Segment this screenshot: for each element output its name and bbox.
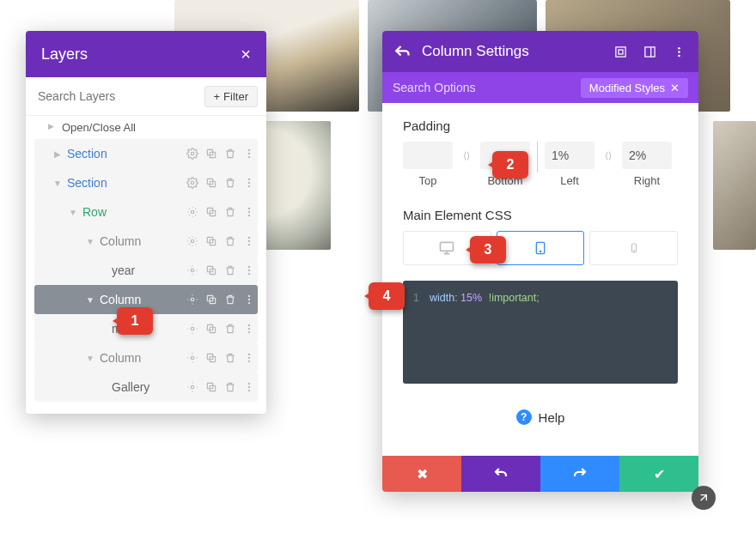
duplicate-icon[interactable] bbox=[203, 291, 220, 308]
more-icon[interactable] bbox=[241, 291, 258, 308]
duplicate-icon[interactable] bbox=[203, 320, 220, 337]
svg-point-48 bbox=[191, 385, 194, 389]
svg-point-33 bbox=[248, 295, 250, 297]
gear-icon[interactable] bbox=[184, 262, 201, 279]
tree-node-section[interactable]: ▶ Section bbox=[34, 139, 258, 168]
gear-icon[interactable] bbox=[184, 291, 201, 308]
node-actions bbox=[184, 379, 258, 396]
node-actions bbox=[184, 262, 258, 279]
trash-icon[interactable] bbox=[222, 203, 239, 221]
svg-point-5 bbox=[248, 156, 250, 158]
modified-styles-badge[interactable]: Modified Styles ✕ bbox=[581, 78, 688, 98]
redo-button[interactable] bbox=[540, 456, 619, 492]
help-label: Help bbox=[539, 410, 565, 425]
open-close-all[interactable]: Open/Close All bbox=[26, 116, 266, 139]
more-icon[interactable] bbox=[241, 233, 258, 250]
tree-node-section[interactable]: ▼ Section bbox=[34, 168, 258, 197]
more-icon[interactable] bbox=[669, 42, 688, 61]
layers-search-input[interactable] bbox=[34, 84, 204, 108]
gear-icon[interactable] bbox=[184, 349, 201, 366]
caret-icon[interactable]: ▼ bbox=[84, 295, 96, 305]
settings-search-input[interactable] bbox=[393, 81, 581, 94]
dock-icon[interactable] bbox=[640, 42, 659, 61]
back-icon[interactable] bbox=[393, 42, 412, 61]
duplicate-icon[interactable] bbox=[203, 174, 220, 191]
duplicate-icon[interactable] bbox=[203, 145, 220, 162]
padding-left-input[interactable] bbox=[545, 142, 594, 169]
gear-icon[interactable] bbox=[184, 320, 201, 337]
layers-header: Layers × bbox=[26, 31, 266, 77]
gear-icon[interactable] bbox=[184, 379, 201, 396]
undo-button[interactable] bbox=[461, 456, 540, 492]
caret-icon[interactable]: ▶ bbox=[52, 149, 64, 159]
gear-icon[interactable] bbox=[184, 145, 201, 162]
trash-icon[interactable] bbox=[222, 379, 239, 396]
trash-icon[interactable] bbox=[222, 233, 239, 250]
more-icon[interactable] bbox=[241, 320, 258, 337]
svg-point-36 bbox=[191, 327, 194, 330]
save-button[interactable]: ✔ bbox=[619, 456, 698, 492]
svg-point-42 bbox=[191, 356, 194, 360]
filter-button[interactable]: + Filter bbox=[204, 86, 258, 107]
gear-icon[interactable] bbox=[184, 174, 201, 191]
tree-node-module[interactable]: Gallery bbox=[34, 372, 258, 402]
caret-icon[interactable]: ▼ bbox=[84, 354, 96, 363]
duplicate-icon[interactable] bbox=[203, 203, 220, 221]
plus-icon: + bbox=[214, 90, 221, 103]
svg-point-17 bbox=[248, 215, 250, 216]
css-editor[interactable]: 1width: 15% !important; bbox=[403, 281, 678, 384]
link-icon[interactable]: ⟨⟩ bbox=[458, 142, 475, 169]
duplicate-icon[interactable] bbox=[203, 379, 220, 396]
padding-right-input[interactable] bbox=[622, 142, 672, 169]
help-row[interactable]: ? Help bbox=[403, 384, 678, 447]
trash-icon[interactable] bbox=[222, 349, 239, 366]
trash-icon[interactable] bbox=[222, 291, 239, 308]
callout-3: 3 bbox=[470, 236, 506, 263]
tree-node-column[interactable]: ▼ Column bbox=[34, 227, 258, 256]
more-icon[interactable] bbox=[241, 379, 258, 396]
duplicate-icon[interactable] bbox=[203, 262, 220, 279]
gear-icon[interactable] bbox=[184, 203, 201, 221]
svg-point-58 bbox=[678, 46, 680, 49]
svg-point-9 bbox=[248, 179, 250, 180]
padding-top-input[interactable] bbox=[403, 142, 453, 169]
settings-body: Padding Top ⟨⟩ Bottom Left ⟨⟩ Right Main… bbox=[382, 103, 698, 456]
more-icon[interactable] bbox=[241, 262, 258, 279]
svg-point-45 bbox=[248, 354, 250, 355]
expand-icon[interactable] bbox=[611, 42, 630, 61]
cancel-button[interactable]: ✖ bbox=[382, 456, 461, 492]
main-element-css-label: Main Element CSS bbox=[403, 208, 678, 222]
padding-top-label: Top bbox=[403, 174, 453, 187]
tree-node-module[interactable]: year bbox=[34, 256, 258, 285]
close-icon[interactable]: ✕ bbox=[670, 82, 680, 94]
more-icon[interactable] bbox=[241, 174, 258, 191]
link-icon[interactable]: ⟨⟩ bbox=[600, 142, 617, 169]
trash-icon[interactable] bbox=[222, 145, 239, 162]
svg-point-59 bbox=[678, 51, 680, 53]
filter-label: Filter bbox=[223, 90, 248, 103]
gear-icon[interactable] bbox=[184, 233, 201, 250]
close-icon[interactable]: × bbox=[241, 45, 251, 64]
trash-icon[interactable] bbox=[222, 174, 239, 191]
duplicate-icon[interactable] bbox=[203, 233, 220, 250]
trash-icon[interactable] bbox=[222, 262, 239, 279]
caret-icon bbox=[96, 383, 108, 392]
device-tab-phone[interactable] bbox=[589, 231, 678, 265]
more-icon[interactable] bbox=[241, 349, 258, 366]
caret-icon[interactable]: ▼ bbox=[67, 208, 79, 217]
device-tab-tablet[interactable] bbox=[497, 231, 585, 265]
caret-icon[interactable]: ▼ bbox=[84, 237, 96, 246]
trash-icon[interactable] bbox=[222, 320, 239, 337]
duplicate-icon[interactable] bbox=[203, 349, 220, 366]
svg-rect-54 bbox=[615, 46, 625, 56]
caret-icon[interactable]: ▼ bbox=[52, 179, 64, 188]
more-icon[interactable] bbox=[241, 203, 258, 221]
resize-handle[interactable] bbox=[692, 486, 716, 510]
settings-footer: ✖ ✔ bbox=[382, 456, 698, 492]
svg-point-11 bbox=[248, 185, 250, 187]
settings-title: Column Settings bbox=[422, 43, 529, 60]
tree-node-row[interactable]: ▼ Row bbox=[34, 197, 258, 227]
more-icon[interactable] bbox=[241, 145, 258, 162]
tree-node-column[interactable]: ▼ Column bbox=[34, 343, 258, 372]
svg-point-53 bbox=[248, 390, 250, 391]
